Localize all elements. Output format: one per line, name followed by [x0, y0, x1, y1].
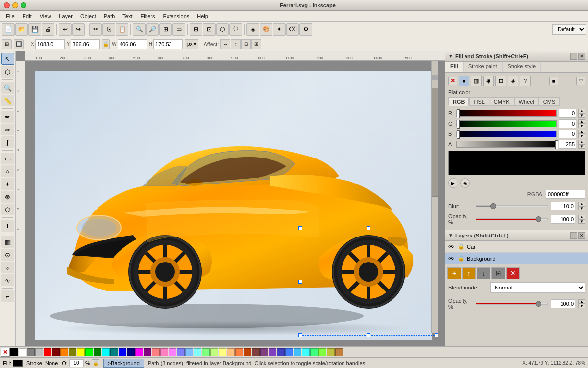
palette-chartreuse[interactable] [318, 348, 326, 356]
palette-skyblue[interactable] [185, 348, 193, 356]
palette-silver[interactable] [35, 348, 43, 356]
tab-fill[interactable]: Fill [445, 62, 464, 72]
view-dropdown[interactable]: Default [552, 24, 586, 35]
blur-down[interactable]: ▼ [578, 206, 585, 210]
align-btn[interactable]: ⊟ [190, 23, 202, 36]
canvas-area[interactable]: 100 200 300 400 500 600 700 800 900 1000… [16, 51, 445, 346]
palette-darkblue[interactable] [277, 348, 285, 356]
r-down[interactable]: ▼ [578, 113, 585, 118]
copy-btn[interactable]: ⎘ [102, 23, 115, 36]
zoom-tool[interactable]: 🔍 [1, 82, 14, 94]
affect-all-btn[interactable]: ⊞ [251, 39, 261, 49]
palette-olive[interactable] [69, 348, 76, 356]
text-tool[interactable]: T [1, 220, 14, 232]
palette-mauve[interactable] [260, 348, 268, 356]
palette-yellow[interactable] [77, 348, 85, 356]
layer-bg-eye[interactable]: 👁 [447, 255, 455, 263]
palette-lavender[interactable] [177, 348, 185, 356]
rgba-input[interactable] [546, 190, 585, 199]
nodes-btn[interactable]: ⬡ [216, 23, 229, 36]
layer-add-btn[interactable]: + [447, 267, 461, 279]
snap-btn[interactable]: 🔲 [14, 39, 24, 49]
opacity-up[interactable]: ▲ [578, 215, 585, 219]
layer-bg-lock[interactable]: 🔒 [457, 255, 465, 263]
layers-minimize-btn[interactable]: _ [570, 232, 577, 239]
transform-handle-btn[interactable]: ⊞ [2, 39, 12, 49]
h-input[interactable] [153, 39, 183, 49]
a-slider[interactable] [456, 141, 557, 148]
menu-filters[interactable]: Filters [137, 12, 159, 20]
opacity-slider[interactable] [476, 218, 548, 220]
layer-dup-btn[interactable]: ⎘ [491, 267, 505, 279]
affect-y-btn[interactable]: ↕ [231, 39, 241, 49]
palette-darkyellow[interactable] [327, 348, 335, 356]
eyedropper-tool[interactable]: ⊙ [1, 249, 14, 261]
zoom-fit-btn[interactable]: ⊞ [159, 23, 172, 36]
w-input[interactable] [118, 39, 147, 49]
current-layer-btn[interactable]: >Background [103, 359, 144, 368]
paint-extra-btn1[interactable]: ■ [549, 77, 558, 85]
eraser-btn[interactable]: ⌫ [286, 23, 299, 36]
palette-teal[interactable] [110, 348, 118, 356]
paste-btn[interactable]: 📋 [116, 23, 128, 36]
layer-delete-btn[interactable]: ✕ [506, 267, 520, 279]
measure-tool[interactable]: 📏 [1, 95, 14, 106]
g-slider[interactable] [456, 120, 557, 127]
b-up[interactable]: ▲ [578, 130, 585, 134]
unit-dropdown[interactable]: px ▾ [185, 39, 198, 49]
b-slider[interactable] [456, 131, 557, 137]
menu-object[interactable]: Object [76, 12, 100, 20]
tab-hsl[interactable]: HSL [469, 97, 489, 106]
panel-close-btn[interactable]: ✕ [578, 53, 585, 60]
blur-slider[interactable] [476, 205, 548, 207]
lock-aspect-btn[interactable]: 🔒 [102, 39, 110, 49]
g-value[interactable] [559, 119, 576, 128]
close-button[interactable] [4, 2, 10, 8]
redo-btn[interactable]: ↪ [72, 23, 85, 36]
r-up[interactable]: ▲ [578, 109, 585, 113]
palette-white[interactable] [19, 348, 26, 356]
palette-deepskyblue[interactable] [294, 348, 301, 356]
palette-peach[interactable] [235, 348, 243, 356]
layer-opacity-value[interactable] [551, 299, 575, 308]
menu-view[interactable]: View [36, 12, 55, 20]
palette-lime[interactable] [85, 348, 93, 356]
layer-car-lock[interactable]: 🔒 [457, 243, 465, 251]
palette-navy[interactable] [127, 348, 135, 356]
no-paint-btn[interactable]: ✕ [448, 77, 457, 85]
save-btn[interactable]: 💾 [28, 23, 41, 36]
a-up[interactable]: ▲ [578, 140, 585, 144]
layer-car-eye[interactable]: 👁 [447, 243, 455, 251]
layer-raise-btn[interactable]: ↑ [462, 267, 476, 279]
palette-cyan[interactable] [102, 348, 110, 356]
tab-cmyk[interactable]: CMYK [490, 97, 514, 106]
palette-black[interactable] [10, 348, 18, 356]
a-value[interactable] [559, 140, 576, 149]
play-btn[interactable]: ▶ [448, 178, 458, 188]
layers-panel-header[interactable]: ▼ Layers (Shift+Ctrl+L) _ ✕ [445, 230, 588, 241]
x-input[interactable] [35, 39, 65, 49]
palette-maroon[interactable] [52, 348, 60, 356]
edit-btn[interactable]: ◉ [460, 178, 470, 188]
palette-brown[interactable] [244, 348, 251, 356]
flat-color-btn[interactable]: ■ [459, 76, 469, 86]
menu-file[interactable]: File [2, 12, 19, 20]
layer-opacity-up[interactable]: ▲ [578, 299, 585, 304]
menu-path[interactable]: Path [100, 12, 119, 20]
palette-lightred[interactable] [152, 348, 160, 356]
menu-extensions[interactable]: Extensions [159, 12, 193, 20]
sel-handle-br[interactable] [435, 333, 438, 337]
menu-help[interactable]: Help [193, 12, 212, 20]
pattern-btn[interactable]: ⊟ [495, 76, 506, 86]
layers-close-btn[interactable]: ✕ [578, 232, 585, 239]
opacity-value[interactable] [551, 215, 575, 224]
fill-color-swatch[interactable] [13, 360, 23, 367]
tab-rgb[interactable]: RGB [448, 97, 469, 106]
spray-tool[interactable]: ∿ [1, 274, 14, 286]
g-down[interactable]: ▼ [578, 124, 585, 128]
y-input[interactable] [71, 39, 100, 49]
minimize-button[interactable] [12, 2, 18, 8]
r-value[interactable] [559, 109, 576, 118]
node-tool[interactable]: ⬡ [1, 66, 14, 78]
status-lock-btn[interactable]: 🔒 [92, 359, 99, 367]
